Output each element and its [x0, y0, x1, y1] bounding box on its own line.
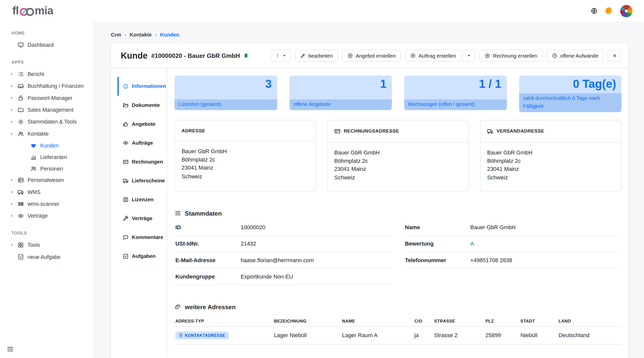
- field-ust-idnr: USt-IdNr. 21432: [175, 236, 392, 252]
- stat-label-link[interactable]: Lizenzen (gesamt): [175, 99, 277, 110]
- address-cards: ADRESSE Bauer GbR GmbH Böhmplatz 2c 2304…: [175, 120, 621, 191]
- create-offer-button[interactable]: Angebot erstellen: [342, 50, 401, 62]
- dots-icon: [275, 53, 280, 58]
- chevron-right-icon: [10, 178, 14, 182]
- main-content: Crm › Kontakte › Kunden Kunde #10000020 …: [95, 22, 644, 358]
- tab-rechnungen[interactable]: Rechnungen: [117, 152, 167, 171]
- address-line: Böhmplatz 2c: [182, 156, 309, 164]
- col-adress-typ: ADRESS-TYP: [175, 315, 273, 327]
- chevron-right-icon: [10, 108, 14, 112]
- cell-stadt: Niebüll: [519, 326, 558, 344]
- cell-land: Deutschland: [558, 326, 621, 344]
- sidebar: HOME Dashboard APPS Bericht Buchhal: [0, 22, 95, 358]
- sidebar-item-wms-scanner[interactable]: wms-scanner: [0, 198, 94, 210]
- bookmark-icon[interactable]: [243, 53, 249, 59]
- caret-down-icon: [282, 53, 287, 58]
- sidebar-item-neue-aufgabe[interactable]: neue Aufgabe: [0, 251, 94, 263]
- address-card-title: ADRESSE: [175, 120, 315, 141]
- more-actions-button[interactable]: [271, 50, 291, 62]
- sidebar-item-bericht[interactable]: Bericht: [0, 68, 94, 80]
- breadcrumb-crm[interactable]: Crm: [111, 32, 121, 38]
- theme-icon[interactable]: [606, 7, 613, 14]
- tab-dokumente[interactable]: Dokumente: [117, 96, 167, 114]
- sidebar-item-label: Dashboard: [27, 42, 54, 48]
- create-order-button[interactable]: Auftrag erstellen: [405, 50, 461, 62]
- cell-co: ja: [414, 326, 433, 344]
- columns-icon: [123, 197, 129, 203]
- breadcrumb: Crm › Kontakte › Kunden: [111, 32, 644, 38]
- comment-icon: [123, 234, 129, 240]
- sidebar-item-kontakte[interactable]: Kontakte: [0, 128, 94, 140]
- sidebar-item-label: WMS: [27, 189, 41, 195]
- stat-label-link[interactable]: offene Angebote: [289, 99, 392, 110]
- page-title: Kunde: [121, 51, 148, 61]
- sidebar-item-wms[interactable]: WMS: [0, 186, 94, 198]
- clock-icon: [552, 53, 557, 58]
- sidebar-section-apps: APPS Bericht Buchhaltung / Finanzen Pass…: [0, 51, 94, 222]
- stat-label-link[interactable]: zahlt durchschnittlich 0 Tage nach Fälli…: [519, 93, 621, 112]
- tab-informationen[interactable]: Informationen: [117, 77, 167, 96]
- tab-lizenzen[interactable]: Lizenzen: [117, 190, 167, 209]
- sidebar-item-vertraege[interactable]: Verträge: [0, 210, 94, 222]
- report-icon: [18, 71, 24, 77]
- users-icon: [30, 165, 36, 171]
- sidebar-item-label: neue Aufgabe: [27, 254, 60, 260]
- eye-icon: [123, 140, 129, 146]
- breadcrumb-kunden[interactable]: Kunden: [160, 32, 179, 38]
- breadcrumb-kontakte[interactable]: Kontakte: [130, 32, 151, 38]
- sidebar-item-kunden[interactable]: Kunden: [0, 140, 94, 151]
- weitere-adressen-heading: weitere Adressen: [175, 303, 621, 310]
- logo-prefix: fl: [12, 5, 19, 17]
- address-line: Schweiz: [334, 174, 462, 182]
- sidebar-item-lieferanten[interactable]: Lieferanten: [0, 151, 94, 163]
- stat-offene-angebote: 1 offene Angebote: [289, 75, 392, 110]
- app-logo[interactable]: fl mia: [12, 5, 53, 17]
- close-button[interactable]: [608, 50, 621, 62]
- open-expenses-button[interactable]: offene Aufwände: [547, 50, 604, 62]
- sidebar-item-label: Kontakte: [27, 131, 49, 137]
- tab-vertraege[interactable]: Verträge: [117, 209, 167, 228]
- create-order-dropdown-button[interactable]: [463, 50, 475, 62]
- plus-circle-icon: [485, 53, 490, 58]
- tab-kommentare[interactable]: Kommentare: [117, 228, 167, 247]
- sidebar-item-label: Stammdaten & Tools: [27, 119, 76, 125]
- sidebar-item-dashboard[interactable]: Dashboard: [0, 39, 94, 51]
- tab-auftraege[interactable]: Aufträge: [117, 134, 167, 152]
- sidebar-item-sales-management[interactable]: Sales Management: [0, 104, 94, 116]
- sidebar-item-passwort-manager[interactable]: Passwort-Manager: [0, 92, 94, 104]
- sidebar-item-stammdaten-tools[interactable]: Stammdaten & Tools: [0, 116, 94, 128]
- address-line: 23041 Mainz: [182, 164, 309, 172]
- sidebar-section-tools: TOOLS Tools neue Aufgabe: [0, 222, 94, 263]
- stat-cards: 3 Lizenzen (gesamt) 1 offene Angebote 1 …: [175, 75, 621, 112]
- sidebar-item-tools[interactable]: Tools: [0, 239, 94, 251]
- avatar[interactable]: [620, 5, 632, 17]
- tab-lieferscheine[interactable]: Lieferscheine: [117, 171, 167, 190]
- sidebar-item-label: Kunden: [40, 142, 59, 148]
- stat-label-link[interactable]: Rechnungen (offen / gesamt): [404, 99, 507, 110]
- globe-icon[interactable]: [591, 7, 598, 14]
- wrench-icon: [123, 216, 129, 221]
- sidebar-item-personen[interactable]: Personen: [0, 163, 94, 174]
- detail-tabs: Informationen Dokumente Angebote Aufträg…: [117, 68, 167, 357]
- sidebar-collapse-button[interactable]: [7, 345, 14, 353]
- col-co: C/O: [414, 315, 433, 327]
- edit-button[interactable]: bearbeiten: [295, 50, 338, 62]
- create-invoice-button[interactable]: Rechnung erstellen: [479, 50, 543, 62]
- chart-icon: [30, 154, 36, 160]
- address-card-title: VERSANDADRESSE: [480, 120, 621, 142]
- stat-value: 1: [289, 75, 392, 93]
- check-square-icon: [123, 253, 129, 259]
- field-email: E-Mail-Adresse haase.florian@herrmann.co…: [175, 252, 392, 268]
- address-type-badge[interactable]: KONTAKTADRESSE: [175, 331, 229, 339]
- menu-icon: [175, 210, 181, 217]
- cogs-icon: [18, 119, 24, 125]
- field-name: Name Bauer GbR GmbH: [404, 219, 622, 236]
- sidebar-item-buchhaltung-finanzen[interactable]: Buchhaltung / Finanzen: [0, 80, 94, 92]
- tab-angebote[interactable]: Angebote: [117, 115, 167, 134]
- field-id: ID 10000020: [175, 219, 392, 236]
- table-header-row: ADRESS-TYP BEZEICHNUNG NAME C/O STRASSE …: [175, 315, 621, 327]
- sidebar-item-personalwesen[interactable]: Personalwesen: [0, 174, 94, 186]
- tab-aufgaben[interactable]: Aufgaben: [117, 247, 167, 266]
- address-card-body: Bauer GbR GmbH Böhmplatz 2c 23041 Mainz …: [328, 142, 468, 191]
- building-icon: [179, 333, 183, 337]
